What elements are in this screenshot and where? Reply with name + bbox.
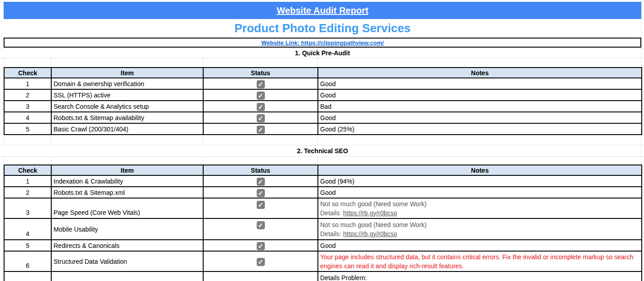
subtitle-row: Product Photo Editing Services xyxy=(4,19,641,38)
item-cell xyxy=(51,271,203,281)
notes-cell: Bad xyxy=(318,101,642,112)
notes-cell: Good xyxy=(318,112,642,123)
item-cell: Mobile Usability xyxy=(51,218,203,240)
checkbox-checked-icon[interactable]: ✓ xyxy=(257,103,265,111)
col-header-check: Check xyxy=(4,165,51,175)
table-row: 3 Search Console & Analytics setup ✓ Bad xyxy=(4,101,642,112)
table-row: 4 Mobile Usability ✓ Not so much good (N… xyxy=(4,218,642,240)
check-cell xyxy=(4,271,51,281)
checkbox-checked-icon[interactable]: ✓ xyxy=(257,92,265,100)
error-note: Your page includes structured data, but … xyxy=(320,253,633,270)
status-cell: ✓ xyxy=(203,101,318,112)
checkbox-checked-icon[interactable]: ✓ xyxy=(257,221,265,229)
col-header-status: Status xyxy=(203,68,318,78)
page-subtitle: Product Photo Editing Services xyxy=(234,21,411,35)
status-cell: ✓ xyxy=(203,123,318,135)
notes-cell: Good xyxy=(318,78,642,89)
check-cell: 3 xyxy=(4,101,51,112)
notes-cell: Details Problem: xyxy=(318,271,642,281)
check-cell: 5 xyxy=(4,240,51,251)
checkbox-checked-icon[interactable]: ✓ xyxy=(257,178,265,186)
table-row: 6 Structured Data Validation ✓ Your page… xyxy=(4,251,642,271)
col-header-item: Item xyxy=(51,68,203,78)
table-row: 4 Robots.txt & Sitemap availability ✓ Go… xyxy=(4,112,642,123)
report-title: Website Audit Report xyxy=(277,5,368,16)
notes-details-line: Details: https://rb.gy/r0bcso xyxy=(320,229,639,238)
item-cell: Search Console & Analytics setup xyxy=(51,101,203,112)
details-label: Details: xyxy=(320,230,343,237)
technical-seo-table: Check Item Status Notes 1 Indexation & C… xyxy=(4,165,642,281)
quick-pre-audit-table: Check Item Status Notes 1 Domain & owner… xyxy=(4,67,642,135)
section-2-heading: 2. Technical SEO xyxy=(4,145,641,156)
notes-details-line: Details: https://rb.gy/r0bcso xyxy=(320,208,639,218)
col-header-item: Item xyxy=(51,165,203,175)
check-cell: 6 xyxy=(4,251,51,271)
website-link-box: Website Link: https://clippingpathview.c… xyxy=(4,38,641,48)
status-cell: ✓ xyxy=(203,112,318,123)
notes-cell: Not so much good (Need some Work) Detail… xyxy=(318,218,642,240)
status-cell: ✓ xyxy=(203,89,318,101)
checkbox-checked-icon[interactable]: ✓ xyxy=(257,201,265,209)
gridline-h xyxy=(0,156,644,157)
section-1-heading: 1. Quick Pre-Audit xyxy=(4,48,641,58)
status-cell: ✓ xyxy=(203,187,318,198)
check-cell: 2 xyxy=(4,89,51,101)
table-row: 1 Indexation & Crawlability ✓ Good (94%) xyxy=(4,175,642,187)
notes-cell: Good xyxy=(318,187,642,198)
table-row: 3 Page Speed (Core Web Vitals) ✓ Not so … xyxy=(4,198,642,218)
col-header-notes: Notes xyxy=(318,165,642,175)
notes-cell: Good xyxy=(318,89,642,101)
item-cell: Robots.txt & Sitemap.xml xyxy=(51,187,203,198)
table-row: 2 SSL (HTTPS) active ✓ Good xyxy=(4,89,642,101)
report-banner: Website Audit Report xyxy=(4,2,641,19)
status-cell: ✓ xyxy=(203,78,318,89)
col-header-check: Check xyxy=(4,68,51,78)
notes-cell: Not so much good (Need some Work) Detail… xyxy=(318,198,642,218)
table-row: 1 Domain & ownership verification ✓ Good xyxy=(4,78,642,89)
notes-line: Not so much good (Need some Work) xyxy=(320,199,639,208)
checkbox-checked-icon[interactable]: ✓ xyxy=(257,189,265,197)
gridline-h xyxy=(0,58,644,58)
notes-cell: Good xyxy=(318,240,642,251)
checkbox-checked-icon[interactable]: ✓ xyxy=(257,114,265,122)
notes-cell: Your page includes structured data, but … xyxy=(318,251,642,271)
table-row: 5 Basic Crawl (200/301/404) ✓ Good (25%) xyxy=(4,123,642,135)
notes-line: Not so much good (Need some Work) xyxy=(320,220,639,229)
checkbox-checked-icon[interactable]: ✓ xyxy=(257,126,265,134)
checkbox-checked-icon[interactable]: ✓ xyxy=(257,258,265,266)
item-cell: SSL (HTTPS) active xyxy=(51,89,203,101)
check-cell: 1 xyxy=(4,78,51,89)
check-cell: 3 xyxy=(4,198,51,218)
item-cell: Redirects & Canonicals xyxy=(51,240,203,251)
check-cell: 2 xyxy=(4,187,51,198)
table-row: 2 Robots.txt & Sitemap.xml ✓ Good xyxy=(4,187,642,198)
status-cell: ✓ xyxy=(203,198,318,218)
item-cell: Domain & ownership verification xyxy=(51,78,203,89)
details-link[interactable]: https://rb.gy/r0bcso xyxy=(343,230,397,237)
col-header-notes: Notes xyxy=(318,68,642,78)
check-cell: 1 xyxy=(4,175,51,187)
item-cell: Structured Data Validation xyxy=(51,251,203,271)
details-label: Details: xyxy=(320,209,343,217)
check-cell: 5 xyxy=(4,123,51,135)
notes-cell: Good (94%) xyxy=(318,175,642,187)
status-cell xyxy=(203,271,318,281)
item-cell: Basic Crawl (200/301/404) xyxy=(51,123,203,135)
check-cell: 4 xyxy=(4,112,51,123)
status-cell: ✓ xyxy=(203,251,318,271)
checkbox-checked-icon[interactable]: ✓ xyxy=(257,80,265,88)
website-link[interactable]: Website Link: https://clippingpathview.c… xyxy=(261,39,384,46)
col-header-status: Status xyxy=(203,165,318,175)
status-cell: ✓ xyxy=(203,175,318,187)
notes-cell: Good (25%) xyxy=(318,123,642,135)
item-cell: Indexation & Crawlability xyxy=(51,175,203,187)
item-cell: Robots.txt & Sitemap availability xyxy=(51,112,203,123)
details-link[interactable]: https://rb.gy/r0bcso xyxy=(343,209,397,217)
status-cell: ✓ xyxy=(203,240,318,251)
table-row: 5 Redirects & Canonicals ✓ Good xyxy=(4,240,642,251)
checkbox-checked-icon[interactable]: ✓ xyxy=(257,242,265,250)
check-cell: 4 xyxy=(4,218,51,240)
table-row: Details Problem: xyxy=(4,271,642,281)
status-cell: ✓ xyxy=(203,218,318,240)
item-cell: Page Speed (Core Web Vitals) xyxy=(51,198,203,218)
